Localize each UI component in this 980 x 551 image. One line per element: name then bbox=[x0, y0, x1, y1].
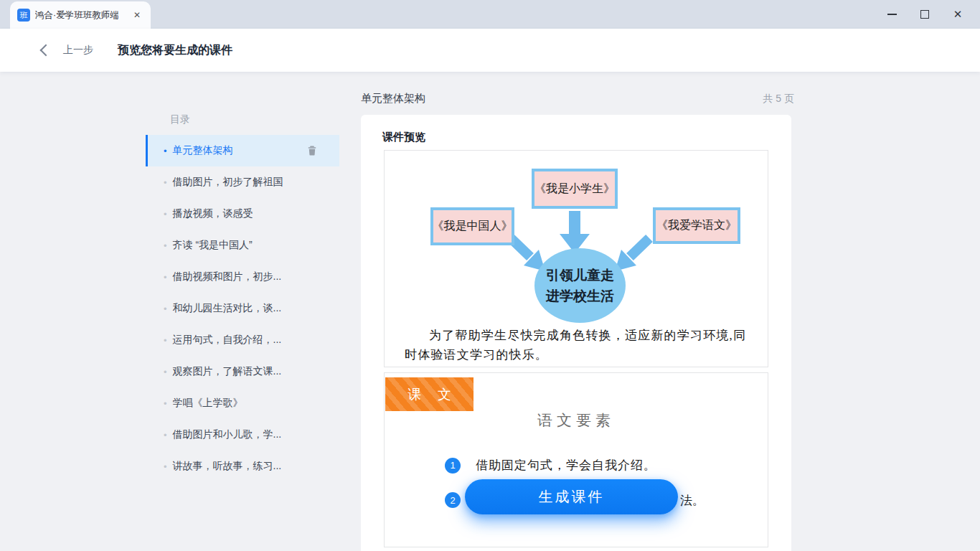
app-tab[interactable]: 班 鸿合·爱学班班教师端 ✕ bbox=[10, 1, 151, 29]
slide-preview-2: 课 文 语文要素 1 借助固定句式，学会自我介绍。 2 法。 bbox=[384, 372, 768, 547]
diagram-ellipse: 引领儿童走 进学校生活 bbox=[534, 248, 626, 323]
sidebar-item-4[interactable]: • 齐读 “我是中国人” bbox=[146, 230, 339, 261]
sidebar-item-7[interactable]: • 运用句式，自我介绍，... bbox=[146, 324, 339, 356]
sidebar-item-3[interactable]: • 播放视频，谈感受 bbox=[146, 198, 339, 230]
numbered-item-2-tail: 法。 bbox=[680, 492, 705, 508]
slide1-paragraph: 为了帮助学生尽快完成角色转换，适应新的学习环境,同时体验语文学习的快乐。 bbox=[405, 326, 750, 364]
sidebar-item-label: 运用句式，自我介绍，... bbox=[173, 334, 282, 347]
numbered-item-2: 2 bbox=[445, 492, 461, 508]
sidebar-item-8[interactable]: • 观察图片，了解语文课... bbox=[146, 356, 339, 387]
tab-title: 鸿合·爱学班班教师端 bbox=[35, 9, 126, 22]
main-header: 单元整体架构 共 5 页 bbox=[361, 90, 794, 108]
tab-close-icon[interactable]: ✕ bbox=[131, 9, 143, 22]
bullet-icon: • bbox=[164, 430, 167, 441]
preview-card-title: 课件预览 bbox=[382, 131, 425, 144]
app-window: 班 鸿合·爱学班班教师端 ✕ ✕ 上一步 预览您将要生成的课件 目录 • 单元整… bbox=[0, 0, 980, 551]
sidebar-item-label: 和幼儿园生活对比，谈... bbox=[173, 302, 282, 315]
bullet-icon: • bbox=[164, 461, 167, 472]
app-logo-icon: 班 bbox=[17, 9, 30, 22]
chevron-left-icon bbox=[40, 44, 52, 57]
sidebar-item-9[interactable]: • 学唱《上学歌》 bbox=[146, 387, 339, 419]
sidebar-item-label: 借助图片和小儿歌，学... bbox=[173, 428, 282, 441]
sidebar-item-6[interactable]: • 和幼儿园生活对比，谈... bbox=[146, 293, 339, 324]
toc-list: • 单元整体架构 • 借助图片，初步了解祖国 • 播放视频，谈感受 bbox=[146, 135, 339, 482]
numbered-item-1: 1 借助固定句式，学会自我介绍。 bbox=[445, 457, 656, 474]
sidebar-toc: 目录 • 单元整体架构 • 借助图片，初步了解祖国 • 播放视频，谈感受 bbox=[146, 72, 339, 482]
bullet-icon: • bbox=[164, 146, 167, 156]
sidebar-item-label: 播放视频，谈感受 bbox=[173, 207, 253, 220]
sidebar-item-label: 观察图片，了解语文课... bbox=[173, 365, 282, 378]
bullet-icon: • bbox=[164, 240, 167, 251]
close-button[interactable]: ✕ bbox=[941, 0, 974, 29]
diagram-box-left: 《我是中国人》 bbox=[430, 207, 514, 245]
page-title: 预览您将要生成的课件 bbox=[118, 43, 232, 58]
sidebar-item-label: 齐读 “我是中国人” bbox=[173, 239, 253, 252]
minimize-button[interactable] bbox=[875, 0, 908, 29]
bullet-icon: • bbox=[164, 177, 167, 188]
sidebar-item-label: 借助视频和图片，初步... bbox=[173, 270, 282, 283]
back-button[interactable]: 上一步 bbox=[42, 44, 93, 57]
diagram-box-top: 《我是小学生》 bbox=[532, 169, 618, 209]
sidebar-item-label: 讲故事，听故事，练习... bbox=[173, 460, 282, 473]
bullet-icon: • bbox=[164, 367, 167, 377]
bullet-icon: • bbox=[164, 272, 167, 283]
sidebar-item-2[interactable]: • 借助图片，初步了解祖国 bbox=[146, 166, 339, 198]
header: 上一步 预览您将要生成的课件 bbox=[0, 29, 980, 72]
numbered-item-1-text: 借助固定句式，学会自我介绍。 bbox=[476, 457, 656, 474]
toc-label: 目录 bbox=[146, 72, 339, 135]
bullet-icon: • bbox=[164, 398, 167, 409]
bullet-icon: • bbox=[164, 335, 167, 346]
minimize-icon bbox=[887, 14, 897, 15]
back-label: 上一步 bbox=[63, 44, 93, 57]
sidebar-item-label: 学唱《上学歌》 bbox=[173, 397, 243, 410]
sidebar-item-11[interactable]: • 讲故事，听故事，练习... bbox=[146, 451, 339, 482]
bullet-icon: • bbox=[164, 209, 167, 220]
generate-courseware-button[interactable]: 生成课件 bbox=[465, 479, 678, 514]
sidebar-item-10[interactable]: • 借助图片和小儿歌，学... bbox=[146, 419, 339, 451]
maximize-icon bbox=[920, 10, 929, 19]
sidebar-item-label: 借助图片，初步了解祖国 bbox=[173, 176, 283, 189]
number-1-icon: 1 bbox=[445, 458, 461, 474]
ellipse-line2: 进学校生活 bbox=[546, 286, 614, 306]
diagram-box-right: 《我爱学语文》 bbox=[653, 207, 740, 244]
maximize-button[interactable] bbox=[908, 0, 941, 29]
lesson-badge: 课 文 bbox=[385, 377, 473, 411]
slide-preview-1: 《我是小学生》 《我是中国人》 《我爱学语文》 引领儿童走 进学校生活 为了帮助… bbox=[384, 150, 768, 367]
number-2-icon: 2 bbox=[445, 492, 461, 508]
sidebar-item-5[interactable]: • 借助视频和图片，初步... bbox=[146, 261, 339, 293]
bullet-icon: • bbox=[164, 303, 167, 314]
section-title: 单元整体架构 bbox=[361, 92, 425, 105]
window-controls: ✕ bbox=[875, 0, 974, 29]
slide2-title: 语文要素 bbox=[385, 410, 768, 430]
sidebar-item-1[interactable]: • 单元整体架构 bbox=[146, 135, 339, 166]
titlebar: 班 鸿合·爱学班班教师端 ✕ ✕ bbox=[0, 0, 980, 29]
trash-icon[interactable] bbox=[306, 145, 318, 156]
sidebar-item-label: 单元整体架构 bbox=[173, 144, 233, 157]
page-count: 共 5 页 bbox=[763, 93, 794, 105]
ellipse-line1: 引领儿童走 bbox=[546, 265, 614, 286]
